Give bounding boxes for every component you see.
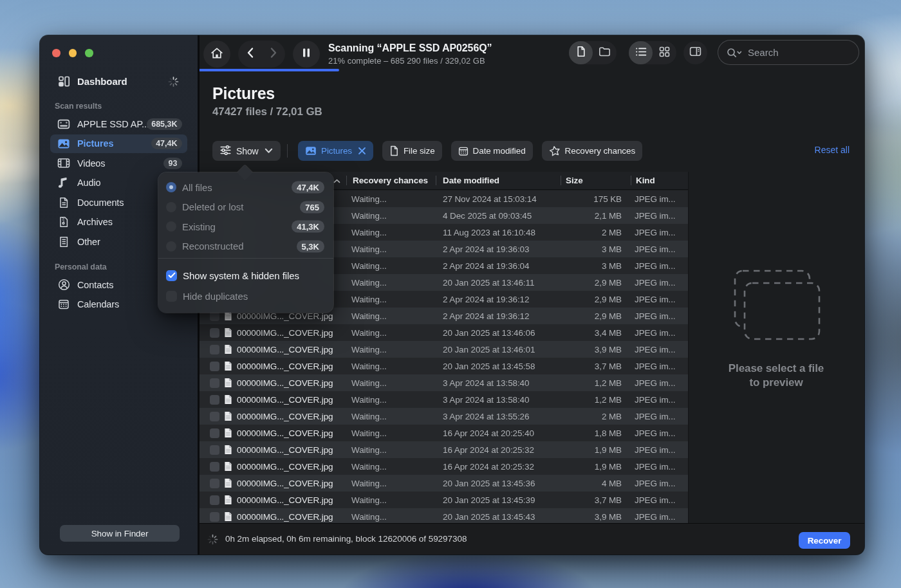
column-header-recovery-chances[interactable]: Recovery chances	[346, 172, 436, 189]
pause-scan-button[interactable]	[293, 41, 320, 68]
document-icon	[389, 145, 399, 156]
minimize-window-button[interactable]	[69, 49, 77, 57]
row-checkbox[interactable]	[210, 462, 219, 472]
list-view-button[interactable]	[629, 41, 653, 64]
sidebar-item[interactable]: Videos 93	[50, 154, 187, 172]
date-modified-cell: 2 Apr 2024 at 19:36:03	[436, 241, 561, 257]
table-row[interactable]: 00000IMG..._COVER.jpg Waiting... 16 Apr …	[200, 441, 688, 458]
grid-view-button[interactable]	[653, 41, 676, 64]
row-checkbox[interactable]	[210, 512, 219, 522]
file-page-icon	[224, 378, 232, 388]
date-modified-cell: 4 Dec 2025 at 09:03:45	[436, 207, 561, 224]
remove-filter-icon[interactable]	[358, 147, 366, 155]
filter-chip[interactable]: Recovery chances	[542, 141, 642, 161]
kind-cell: JPEG im...	[631, 358, 688, 374]
filter-option[interactable]: Reconstructed 5,3K	[158, 237, 333, 256]
sidebar-item-count-badge: 93	[163, 158, 182, 169]
radio-icon	[166, 202, 176, 212]
row-checkbox[interactable]	[210, 412, 219, 421]
recovery-chance-cell: Waiting...	[346, 224, 436, 241]
file-page-icon	[224, 445, 232, 455]
row-checkbox[interactable]	[210, 328, 219, 338]
table-row[interactable]: 00000IMG..._COVER.jpg Waiting... 3 Apr 2…	[200, 391, 688, 408]
table-row[interactable]: 00000IMG..._COVER.jpg Waiting... 3 Apr 2…	[200, 408, 688, 425]
kind-cell: JPEG im...	[631, 207, 688, 224]
toggle-option[interactable]: Show system & hidden files	[158, 266, 333, 285]
sidebar-item[interactable]: APPLE SSD AP... 685,3K	[50, 115, 187, 133]
home-button[interactable]	[203, 41, 230, 68]
filter-chip[interactable]: Date modified	[451, 141, 533, 161]
sliders-icon	[220, 145, 231, 157]
file-name: 00000IMG..._COVER.jpg	[237, 345, 333, 354]
row-checkbox[interactable]	[210, 495, 219, 505]
table-row[interactable]: 00000IMG..._COVER.jpg Waiting... 20 Jan …	[200, 475, 688, 492]
home-icon	[210, 46, 224, 62]
back-button[interactable]	[239, 41, 262, 68]
filter-option[interactable]: Deleted or lost 765	[158, 198, 333, 217]
sidebar-item-label: Pictures	[77, 138, 113, 149]
show-in-finder-button[interactable]: Show in Finder	[60, 525, 180, 542]
size-cell: 1,2 MB	[561, 391, 631, 408]
size-cell: 1,9 MB	[561, 458, 631, 475]
column-header-date-modified[interactable]: Date modified	[436, 172, 561, 189]
file-page-icon	[224, 511, 232, 522]
file-name: 00000IMG..._COVER.jpg	[237, 412, 333, 421]
size-cell: 3,7 MB	[561, 358, 631, 374]
toggle-option[interactable]: Hide duplicates	[158, 287, 333, 306]
sidebar-item[interactable]: Pictures 47,4K	[50, 134, 187, 153]
filter-chip[interactable]: File size	[382, 141, 442, 161]
kind-cell: JPEG im...	[631, 274, 688, 291]
star-icon	[549, 145, 561, 156]
row-checkbox[interactable]	[210, 395, 219, 405]
column-header-kind[interactable]: Kind	[631, 172, 688, 189]
sidebar-item-dashboard[interactable]: Dashboard	[50, 72, 187, 91]
file-name: 00000IMG..._COVER.jpg	[237, 378, 333, 388]
show-filter-button[interactable]: Show	[212, 141, 281, 161]
zoom-window-button[interactable]	[85, 49, 93, 57]
scan-subtitle: 21% complete – 685 290 files / 329,02 GB	[328, 56, 492, 66]
row-checkbox[interactable]	[210, 445, 219, 455]
size-cell: 3 MB	[561, 241, 631, 257]
grid-icon	[659, 46, 670, 60]
size-cell: 3,7 MB	[561, 492, 631, 508]
table-row[interactable]: 00000IMG..._COVER.jpg Waiting... 20 Jan …	[200, 358, 688, 374]
folders-view-button[interactable]	[593, 41, 617, 64]
row-checkbox[interactable]	[210, 345, 219, 354]
filter-option[interactable]: All files 47,4K	[158, 178, 333, 197]
forward-button[interactable]	[262, 41, 285, 68]
filter-chip[interactable]: Pictures	[298, 141, 373, 161]
pictures-icon	[57, 138, 71, 149]
table-row[interactable]: 00000IMG..._COVER.jpg Waiting... 20 Jan …	[200, 492, 688, 508]
table-row[interactable]: 00000IMG..._COVER.jpg Waiting... 16 Apr …	[200, 458, 688, 475]
search-field[interactable]: Search	[718, 41, 859, 64]
filter-option-count-badge: 5,3K	[297, 240, 324, 252]
table-row[interactable]: 00000IMG..._COVER.jpg Waiting... 16 Apr …	[200, 425, 688, 441]
filter-option[interactable]: Existing 41,3K	[158, 217, 333, 236]
file-name: 00000IMG..._COVER.jpg	[237, 328, 333, 338]
reset-all-link[interactable]: Reset all	[815, 145, 850, 155]
table-row[interactable]: 00000IMG..._COVER.jpg Waiting... 3 Apr 2…	[200, 374, 688, 391]
sidebar-item-label: Audio	[77, 178, 101, 188]
file-page-icon	[224, 478, 232, 488]
calendar-icon	[458, 146, 469, 156]
sidebar-section-title: Scan results	[55, 102, 102, 111]
column-header-size[interactable]: Size	[561, 172, 631, 189]
file-page-icon	[224, 327, 232, 338]
size-cell: 2,9 MB	[561, 274, 631, 291]
recovery-chance-cell: Waiting...	[346, 458, 436, 475]
chevron-left-icon	[246, 47, 254, 61]
row-checkbox[interactable]	[210, 479, 219, 488]
date-modified-cell: 20 Jan 2025 at 13:45:43	[436, 508, 561, 523]
preview-panel-toggle-button[interactable]	[683, 41, 707, 64]
row-checkbox[interactable]	[210, 378, 219, 388]
table-row[interactable]: 00000IMG..._COVER.jpg Waiting... 20 Jan …	[200, 341, 688, 358]
row-checkbox[interactable]	[210, 362, 219, 371]
row-checkbox[interactable]	[210, 428, 219, 438]
kind-cell: JPEG im...	[631, 341, 688, 358]
table-row[interactable]: 00000IMG..._COVER.jpg Waiting... 20 Jan …	[200, 508, 688, 523]
file-page-icon	[224, 344, 232, 354]
table-row[interactable]: 00000IMG..._COVER.jpg Waiting... 20 Jan …	[200, 324, 688, 341]
files-view-button[interactable]	[569, 41, 593, 64]
close-window-button[interactable]	[52, 49, 60, 57]
recover-button[interactable]: Recover	[799, 532, 850, 549]
